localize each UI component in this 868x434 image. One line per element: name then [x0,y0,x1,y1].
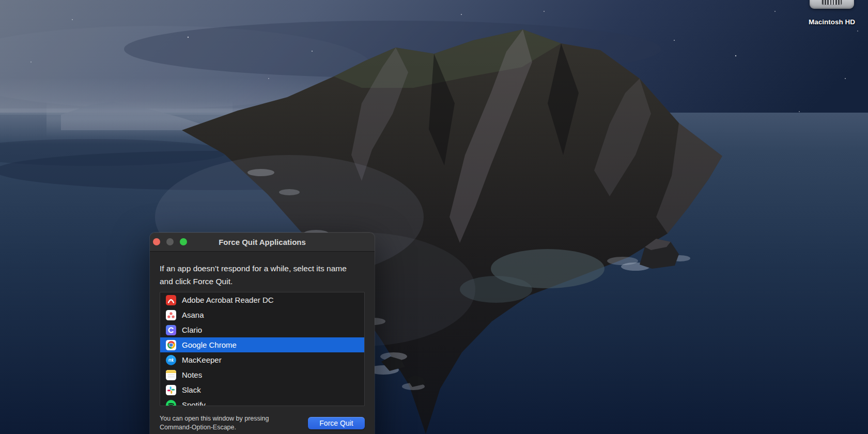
wallpaper-catalina-night [0,0,868,434]
slack-icon [166,385,176,395]
app-row[interactable]: Slack [160,382,364,397]
adobe-acrobat-icon [166,295,176,305]
shortcut-hint-line2: Command-Option-Escape. [160,423,269,432]
force-quit-button[interactable]: Force Quit [308,417,365,429]
volume-label: Macintosh HD [801,18,863,26]
zoom-button[interactable] [180,238,187,245]
app-name: Asana [182,311,204,319]
app-row[interactable]: Notes [160,367,364,382]
app-name: MacKeeper [182,355,222,364]
app-name: Slack [182,385,201,394]
clario-icon [166,325,176,335]
notes-icon [166,370,176,380]
mackeeper-icon [166,355,176,365]
app-list[interactable]: Adobe Acrobat Reader DC Asana Clario Goo… [160,292,365,406]
app-name: Adobe Acrobat Reader DC [182,296,274,304]
spotify-icon [166,400,176,407]
desktop: Macintosh HD Force Quit Applications If … [0,0,868,434]
asana-icon [166,310,176,320]
shortcut-hint: You can open this window by pressing Com… [160,414,269,432]
traffic-lights [153,238,187,245]
window-titlebar[interactable]: Force Quit Applications [150,233,375,252]
hard-drive-icon [810,0,854,9]
app-row[interactable]: Clario [160,322,364,337]
app-row[interactable]: Spotify [160,397,364,406]
minimize-button[interactable] [166,238,174,245]
app-row[interactable]: Asana [160,307,364,322]
macintosh-hd-icon[interactable]: Macintosh HD [801,0,863,26]
app-name: Clario [182,326,202,334]
app-row[interactable]: MacKeeper [160,352,364,367]
force-quit-window: Force Quit Applications If an app doesn’… [150,233,375,434]
app-row-selected[interactable]: Google Chrome [160,337,364,352]
google-chrome-icon [166,340,176,350]
app-name: Notes [182,370,202,379]
app-name: Google Chrome [182,340,237,349]
window-footer: You can open this window by pressing Com… [160,414,365,432]
drive-vent-grille [822,0,842,5]
instruction-text: If an app doesn’t respond for a while, s… [160,262,358,288]
app-name: Spotify [182,400,206,406]
app-row[interactable]: Adobe Acrobat Reader DC [160,292,364,307]
shortcut-hint-line1: You can open this window by pressing [160,414,269,423]
close-button[interactable] [153,238,160,245]
